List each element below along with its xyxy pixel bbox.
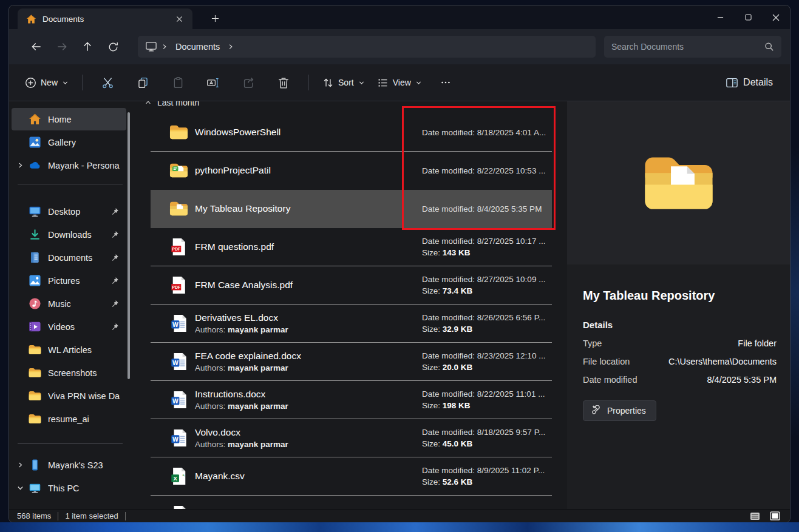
- sidebar-item-onedrive[interactable]: Mayank - Persona: [12, 154, 126, 177]
- sidebar-item-music[interactable]: Music: [12, 292, 126, 315]
- details-heading: Details: [583, 320, 777, 330]
- selection-count: 1 item selected: [65, 511, 118, 520]
- file-row-frm-case-analysis[interactable]: FRM Case Analysis.pdf Date modified: 8/2…: [151, 266, 552, 305]
- close-button[interactable]: [762, 5, 790, 29]
- toolbar-divider: [82, 75, 83, 90]
- sidebar-item-screenshots[interactable]: Screenshots: [12, 362, 126, 384]
- breadcrumb-chevron-icon: [161, 43, 168, 50]
- large-icons-view-icon: [770, 511, 780, 520]
- maximize-icon: [745, 14, 752, 21]
- file-row-volvo[interactable]: Volvo.docx Authors: mayank parmar Date m…: [151, 419, 552, 457]
- share-button[interactable]: [235, 70, 262, 95]
- minimize-button[interactable]: [706, 5, 734, 29]
- refresh-icon: [107, 41, 119, 53]
- this-pc-icon: [29, 482, 41, 494]
- chevron-down-icon: [415, 79, 422, 86]
- status-divider: [125, 512, 126, 520]
- wrench-icon: [591, 405, 602, 416]
- details-view-button[interactable]: [748, 511, 762, 522]
- home-icon: [29, 113, 41, 126]
- tab-close-icon[interactable]: [172, 12, 186, 26]
- copy-icon: [137, 76, 149, 89]
- sidebar-item-viva-prn[interactable]: Viva PRN wise Da: [12, 385, 126, 407]
- sidebar-item-videos[interactable]: Videos: [12, 315, 126, 338]
- view-list-icon: [377, 77, 389, 89]
- delete-button[interactable]: [270, 70, 297, 95]
- forward-button[interactable]: [49, 35, 75, 58]
- pin-icon: [110, 300, 119, 308]
- search-box[interactable]: [604, 36, 781, 58]
- sidebar-item-documents[interactable]: Documents: [12, 246, 126, 269]
- cut-button[interactable]: [94, 70, 121, 95]
- file-row-fea-mayank-report[interactable]: FEA Mayank Report.docx Date modified: 8/…: [151, 496, 552, 509]
- explorer-tab-documents[interactable]: Documents: [18, 8, 192, 29]
- sidebar-item-desktop[interactable]: Desktop: [12, 200, 126, 223]
- search-icon[interactable]: [764, 42, 774, 52]
- sidebar-item-pictures[interactable]: Pictures: [12, 269, 126, 292]
- sidebar-scrollbar[interactable]: [127, 112, 130, 379]
- more-options-button[interactable]: [432, 70, 459, 95]
- file-row-windowspowershell[interactable]: WindowsPowerShell Date modified: 8/18/20…: [151, 113, 552, 152]
- plus-circle-icon: [25, 77, 36, 89]
- word-icon: [169, 429, 188, 447]
- documents-icon: [29, 251, 41, 264]
- folder-preview-icon: [642, 153, 716, 214]
- file-row-pythonprojectpatil[interactable]: pythonProjectPatil Date modified: 8/22/2…: [151, 152, 552, 190]
- sidebar-item-home[interactable]: Home: [12, 108, 126, 130]
- details-pane-toggle[interactable]: Details: [718, 72, 780, 93]
- sidebar-divider: [18, 184, 123, 184]
- sidebar-item-resume-ai[interactable]: resume_ai: [12, 408, 126, 430]
- large-icons-view-button[interactable]: [768, 511, 782, 522]
- sidebar-item-this-pc[interactable]: This PC: [12, 477, 126, 499]
- file-row-instructions[interactable]: Instructions.docx Authors: mayank parmar…: [151, 381, 552, 419]
- group-header-last-month[interactable]: Last month: [144, 101, 567, 107]
- file-row-mayank-csv[interactable]: Mayank.csv Date modified: 8/9/2025 11:02…: [151, 457, 552, 496]
- folder-icon: [29, 343, 41, 356]
- paste-button[interactable]: [165, 70, 191, 95]
- pin-icon: [110, 231, 119, 239]
- title-bar: Documents: [9, 5, 790, 29]
- back-button[interactable]: [24, 35, 49, 58]
- sidebar-item-downloads[interactable]: Downloads: [12, 223, 126, 246]
- new-tab-button[interactable]: [206, 10, 224, 26]
- status-divider: [58, 512, 58, 520]
- chevron-down-icon[interactable]: [16, 484, 24, 492]
- trash-icon: [277, 76, 290, 89]
- file-row-my-tableau-repository[interactable]: My Tableau Repository Date modified: 8/4…: [151, 190, 552, 228]
- file-row-fea-code-explained[interactable]: FEA code explained.docx Authors: mayank …: [151, 343, 552, 381]
- chevron-right-icon[interactable]: [16, 161, 24, 169]
- maximize-button[interactable]: [734, 5, 762, 29]
- new-button[interactable]: New: [19, 72, 75, 93]
- up-button[interactable]: [75, 35, 100, 58]
- file-explorer-window: Documents: [8, 5, 790, 523]
- status-bar: 568 items 1 item selected: [9, 509, 790, 522]
- properties-button[interactable]: Properties: [583, 400, 656, 421]
- forward-icon: [56, 41, 68, 53]
- address-bar[interactable]: Documents: [138, 36, 596, 58]
- rename-button[interactable]: [200, 70, 226, 95]
- word-icon: [169, 391, 188, 409]
- sidebar-item-phone[interactable]: Mayank's S23: [12, 454, 126, 476]
- chevron-right-icon[interactable]: [16, 461, 24, 469]
- view-button[interactable]: View: [371, 72, 428, 93]
- sidebar-divider: [18, 443, 123, 444]
- back-icon: [30, 41, 42, 53]
- copy-button[interactable]: [129, 70, 156, 95]
- sort-button[interactable]: Sort: [316, 72, 371, 93]
- file-row-derivatives-el[interactable]: Derivatives EL.docx Authors: mayank parm…: [151, 305, 552, 343]
- cut-icon: [101, 76, 114, 89]
- desktop-icon: [29, 205, 41, 218]
- collapse-chevron-icon[interactable]: [144, 101, 152, 106]
- phone-icon: [29, 459, 41, 471]
- search-input[interactable]: [611, 42, 764, 52]
- share-icon: [242, 76, 255, 89]
- sidebar-item-wl-articles[interactable]: WL Articles: [12, 338, 126, 361]
- refresh-button[interactable]: [100, 35, 126, 58]
- breadcrumb-documents[interactable]: Documents: [175, 42, 220, 52]
- navigation-sidebar: Home Gallery Mayank - Persona Desktop: [9, 101, 131, 509]
- breadcrumb-chevron-icon[interactable]: [227, 43, 234, 50]
- folder-python-icon: [169, 161, 188, 180]
- sidebar-item-gallery[interactable]: Gallery: [12, 131, 126, 153]
- file-row-frm-questions[interactable]: FRM questions.pdf Date modified: 8/27/20…: [151, 228, 552, 266]
- chevron-down-icon: [62, 79, 69, 86]
